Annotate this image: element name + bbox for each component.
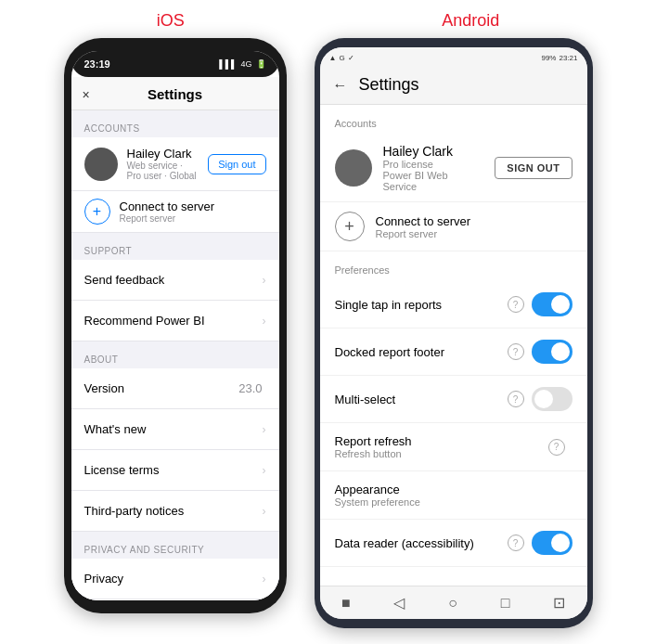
android-account-name: Hailey Clark [383,144,484,159]
ios-connect-row[interactable]: + Connect to server Report server [71,191,279,233]
android-nav-back-icon[interactable]: ◁ [393,594,405,612]
android-data-reader-content: Data reader (accessibility) [335,536,508,550]
android-data-reader-help-icon[interactable]: ? [508,535,524,551]
android-battery: 99% [541,54,556,62]
android-data-reader-toggle[interactable] [532,531,572,555]
android-single-tap-toggle[interactable] [532,292,572,316]
android-single-tap-help-icon[interactable]: ? [508,296,524,313]
android-status-bar: ▲ G ✓ 99% 23:21 [320,47,587,68]
ios-sign-out-button[interactable]: Sign out [208,154,265,174]
android-docked-footer-help-icon[interactable]: ? [508,343,524,360]
android-appearance-label: Appearance [335,483,572,496]
ios-connect-info: Connect to server Report server [120,200,215,224]
ios-header: × Settings [71,77,279,110]
ios-signal: ▌▌▌ [219,59,237,69]
android-check-icon: ✓ [348,54,354,62]
android-report-refresh-label: Report refresh [335,434,548,448]
ios-plus-icon: + [84,199,110,225]
ios-close-button[interactable]: × [83,87,90,102]
ios-account-row: Hailey Clark Web service · Pro user · Gl… [71,137,279,191]
android-connect-row[interactable]: + Connect to server Report server [320,202,587,251]
android-report-refresh-content: Report refresh Refresh button [335,434,548,459]
android-connect-info: Connect to server Report server [376,214,471,239]
android-account-service: Power BI Web Service [383,170,484,192]
ios-send-feedback-row[interactable]: Send feedback › [71,260,279,301]
ios-version-row: Version 23.0 [71,368,279,409]
android-nav-bar: ■ ◁ ○ □ ⊡ [320,586,587,619]
android-preferences-section-header: Preferences [320,251,587,281]
ios-recommend-row[interactable]: Recommend Power BI › [71,301,279,341]
page-container: iOS Android 23:19 ▌▌▌ 4G 🔋 × Settings [0,0,656,644]
ios-chevron-icon-feedback: › [263,274,266,287]
android-docked-footer-content: Docked report footer [335,345,508,359]
android-report-refresh-row: Report refresh Refresh button ? [320,423,587,471]
android-data-reader-label: Data reader (accessibility) [335,536,508,550]
ios-face-id-row[interactable]: Require Face ID [71,599,279,600]
android-g-icon: G [339,54,344,62]
android-single-tap-label: Single tap in reports [335,298,508,312]
android-back-button[interactable]: ← [333,77,348,94]
android-nav-recents-icon[interactable]: □ [501,595,510,612]
ios-recommend-label: Recommend Power BI [84,314,263,328]
ios-status-icons: ▌▌▌ 4G 🔋 [219,59,265,69]
android-multi-select-label: Multi-select [335,393,508,406]
ios-whats-new-label: What's new [84,422,263,436]
android-multi-select-content: Multi-select [335,393,508,406]
android-docked-footer-label: Docked report footer [335,345,508,359]
ios-connect-label: Connect to server [120,200,215,213]
android-connect-sub: Report server [376,228,471,239]
android-multi-select-toggle[interactable] [532,387,572,411]
android-connect-label: Connect to server [376,214,471,228]
android-avatar [335,149,372,187]
ios-third-party-row[interactable]: Third-party notices › [71,491,279,532]
ios-license-row[interactable]: License terms › [71,450,279,491]
android-header: ← Settings [320,68,587,105]
android-report-refresh-sub: Refresh button [335,448,548,459]
ios-license-label: License terms [84,463,263,477]
android-phone-inner: ▲ G ✓ 99% 23:21 ← Settings [320,47,587,619]
ios-connect-sub: Report server [120,213,215,224]
android-data-reader-row[interactable]: Data reader (accessibility) ? [320,520,587,567]
ios-send-feedback-label: Send feedback [84,273,263,287]
phones-row: 23:19 ▌▌▌ 4G 🔋 × Settings ACCOUNTS [0,38,656,628]
android-single-tap-content: Single tap in reports [335,298,508,312]
ios-privacy-label: Privacy [84,572,263,586]
ios-chevron-icon-recommend: › [263,315,266,328]
android-sign-out-button[interactable]: SIGN OUT [495,157,572,179]
ios-version-label: Version [84,381,239,395]
android-docked-footer-row[interactable]: Docked report footer ? [320,328,587,376]
ios-about-section-header: ABOUT [71,341,279,368]
ios-phone: 23:19 ▌▌▌ 4G 🔋 × Settings ACCOUNTS [64,38,287,613]
ios-privacy-row[interactable]: Privacy › [71,559,279,599]
android-accounts-section-header: Accounts [320,105,587,135]
android-scroll-content: Accounts Hailey Clark Pro license Power … [320,105,587,586]
android-nav-extra-icon[interactable]: ⊡ [553,594,565,612]
ios-chevron-icon-whats-new: › [263,423,266,436]
ios-chevron-icon-third-party: › [263,505,266,518]
ios-account-subtitle: Web service · Pro user · Global [127,161,199,181]
android-account-license: Pro license [383,159,484,170]
android-appearance-content: Appearance System preference [335,483,572,508]
android-single-tap-row[interactable]: Single tap in reports ? [320,281,587,328]
ios-network: 4G [240,59,251,69]
android-report-refresh-help-icon[interactable]: ? [548,439,565,456]
ios-version-value: 23.0 [238,381,262,395]
android-nav-square-icon[interactable]: ■ [341,595,351,612]
android-settings-title: Settings [359,75,419,95]
android-docked-footer-toggle[interactable] [532,340,572,364]
ios-chevron-icon-license: › [263,464,266,477]
android-phone: ▲ G ✓ 99% 23:21 ← Settings [315,38,593,628]
ios-account-name: Hailey Clark [127,147,199,161]
ios-status-bar: 23:19 ▌▌▌ 4G 🔋 [71,51,279,77]
ios-time: 23:19 [84,58,110,70]
android-multi-select-row[interactable]: Multi-select ? [320,376,587,423]
android-appearance-sub: System preference [335,496,572,508]
android-multi-select-help-icon[interactable]: ? [508,391,524,407]
ios-whats-new-row[interactable]: What's new › [71,409,279,450]
ios-account-info: Hailey Clark Web service · Pro user · Gl… [127,147,199,181]
ios-third-party-label: Third-party notices [84,504,263,518]
android-status-right: 99% 23:21 [541,54,577,62]
ios-support-section-header: SUPPORT [71,233,279,260]
android-nav-home-icon[interactable]: ○ [448,595,457,612]
ios-label: iOS [157,11,185,31]
